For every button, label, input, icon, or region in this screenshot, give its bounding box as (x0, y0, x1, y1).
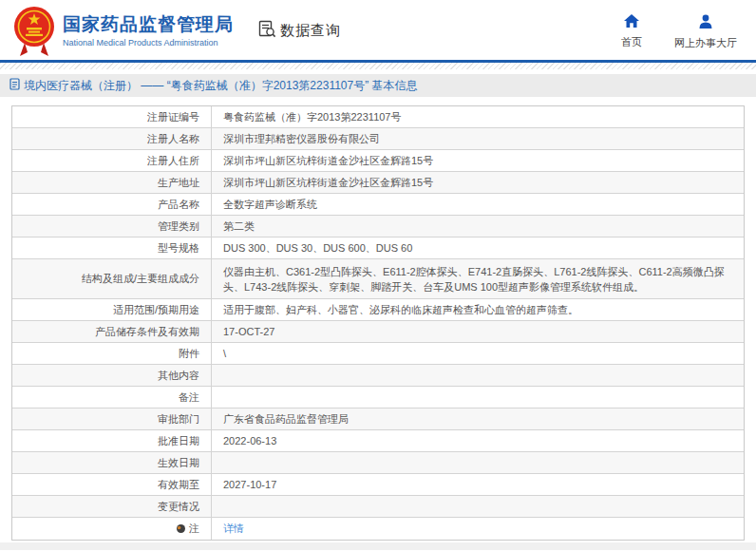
row-label: 适用范围/预期用途 (12, 299, 212, 320)
row-label: 审批部门 (12, 408, 212, 429)
row-value (212, 452, 744, 473)
breadcrumb-text: 境内医疗器械（注册） —— “粤食药监械（准）字2013第2231107号” 基… (24, 78, 418, 94)
row-label: 产品储存条件及有效期 (12, 321, 212, 342)
row-value: 仪器由主机、C361-2型凸阵探头、E611-2腔体探头、E741-2直肠探头、… (212, 259, 744, 298)
table-row-change-status: 变更情况 (12, 496, 744, 518)
breadcrumb: 境内医疗器械（注册） —— “粤食药监械（准）字2013第2231107号” 基… (0, 74, 756, 97)
module-title: 数据查询 (280, 22, 341, 40)
table-row-remarks: 备注 (12, 387, 744, 408)
table-row-expiry-date: 有效期至 2027-10-17 (12, 474, 744, 496)
table-row-reg-number: 注册证编号 粤食药监械（准）字2013第2231107号 (12, 106, 744, 128)
nav-online-hall-label: 网上办事大厅 (674, 36, 737, 50)
note-detail-link[interactable]: 详情 (223, 522, 244, 536)
row-label-text: 注 (189, 522, 199, 536)
data-query-icon (258, 20, 276, 42)
row-label: 结构及组成/主要组成成分 (12, 259, 212, 298)
row-value: 2027-10-17 (212, 474, 744, 495)
row-label: 备注 (12, 387, 212, 408)
row-value: 广东省食品药品监督管理局 (212, 408, 744, 429)
table-row-intended-use: 适用范围/预期用途 适用于腹部、妇产科、小器官、泌尿科的临床超声检查和心血管的超… (12, 299, 744, 321)
row-label: 其他内容 (12, 365, 212, 386)
row-label: 型号规格 (12, 238, 212, 258)
table-row-registrant-name: 注册人名称 深圳市理邦精密仪器股份有限公司 (12, 128, 744, 150)
table-row-registrant-address: 注册人住所 深圳市坪山新区坑梓街道金沙社区金辉路15号 (12, 150, 744, 172)
site-header: 国家药品监督管理局 National Medical Products Admi… (0, 0, 756, 63)
table-row-other-content: 其他内容 (12, 365, 744, 387)
row-value: 深圳市坪山新区坑梓街道金沙社区金辉路15号 (212, 172, 744, 193)
row-value (212, 496, 744, 517)
table-row-model-spec: 型号规格 DUS 300、DUS 30、DUS 600、DUS 60 (12, 238, 744, 259)
module-header: 数据查询 (258, 20, 341, 42)
table-row-approval-department: 审批部门 广东省食品药品监督管理局 (12, 408, 744, 430)
agency-title-block: 国家药品监督管理局 National Medical Products Admi… (63, 13, 234, 48)
row-label: 批准日期 (12, 430, 212, 451)
row-label: 管理类别 (12, 216, 212, 237)
row-label: 注 (12, 518, 212, 540)
table-row-storage-validity: 产品储存条件及有效期 17-OCT-27 (12, 321, 744, 343)
agency-name-en: National Medical Products Administration (63, 38, 234, 48)
note-icon (177, 524, 185, 533)
user-icon (698, 14, 713, 32)
row-value: \ (212, 343, 744, 364)
table-row-note: 注 详情 (12, 518, 744, 540)
row-value (212, 387, 744, 408)
nmpa-emblem-logo[interactable] (11, 5, 57, 60)
row-label: 生效日期 (12, 452, 212, 473)
table-row-product-name: 产品名称 全数字超声诊断系统 (12, 194, 744, 216)
row-value (212, 365, 744, 386)
table-row-effective-date: 生效日期 (12, 452, 744, 474)
row-value: 第二类 (212, 216, 744, 237)
row-value: 全数字超声诊断系统 (212, 194, 744, 215)
table-row-approval-date: 批准日期 2022-06-13 (12, 430, 744, 452)
home-icon (624, 14, 639, 31)
row-label: 产品名称 (12, 194, 212, 215)
row-value: 深圳市坪山新区坑梓街道金沙社区金辉路15号 (212, 150, 744, 171)
row-value: 详情 (212, 518, 744, 540)
header-nav: 首页 网上办事大厅 (621, 14, 737, 50)
table-row-production-address: 生产地址 深圳市坪山新区坑梓街道金沙社区金辉路15号 (12, 172, 744, 194)
nav-online-hall[interactable]: 网上办事大厅 (674, 14, 737, 50)
footer-strip (0, 542, 756, 550)
table-row-attachment: 附件 \ (12, 343, 744, 365)
nav-home-label: 首页 (621, 35, 642, 49)
nav-home[interactable]: 首页 (621, 14, 642, 49)
hatch-divider (0, 63, 756, 69)
registration-detail-table: 注册证编号 粤食药监械（准）字2013第2231107号 注册人名称 深圳市理邦… (11, 105, 745, 541)
row-value: DUS 300、DUS 30、DUS 600、DUS 60 (212, 238, 744, 258)
document-icon (9, 77, 20, 94)
row-value: 深圳市理邦精密仪器股份有限公司 (212, 128, 744, 149)
row-value: 17-OCT-27 (212, 321, 744, 342)
row-value: 2022-06-13 (212, 430, 744, 451)
row-value: 适用于腹部、妇产科、小器官、泌尿科的临床超声检查和心血管的超声筛查。 (212, 299, 744, 320)
agency-name: 国家药品监督管理局 (63, 13, 234, 36)
table-row-composition: 结构及组成/主要组成成分 仪器由主机、C361-2型凸阵探头、E611-2腔体探… (12, 259, 744, 299)
row-label: 生产地址 (12, 172, 212, 193)
row-label: 注册人名称 (12, 128, 212, 149)
row-label: 注册证编号 (12, 106, 212, 127)
row-value: 粤食药监械（准）字2013第2231107号 (212, 106, 744, 127)
main-content: 注册证编号 粤食药监械（准）字2013第2231107号 注册人名称 深圳市理邦… (0, 97, 756, 541)
row-label: 附件 (12, 343, 212, 364)
table-row-management-class: 管理类别 第二类 (12, 216, 744, 238)
row-label: 变更情况 (12, 496, 212, 517)
row-label: 有效期至 (12, 474, 212, 495)
row-label: 注册人住所 (12, 150, 212, 171)
